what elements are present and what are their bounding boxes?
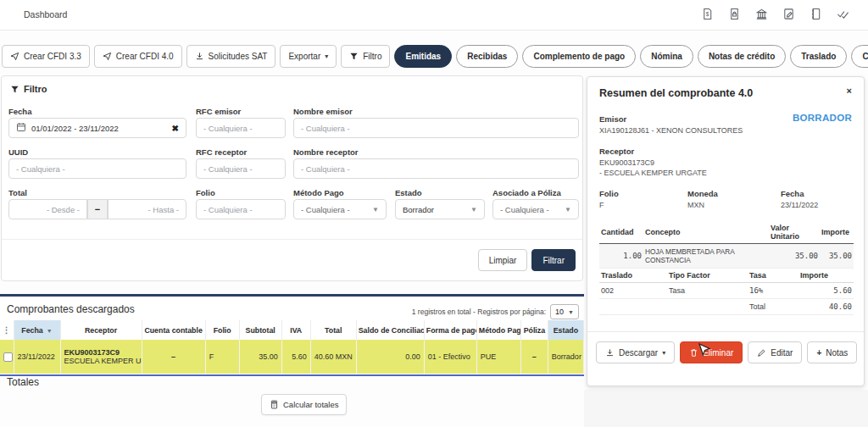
asociado-poliza-select[interactable]: - Cualquiera - ▼ — [492, 199, 579, 219]
tax-importe: 5.60 — [798, 283, 854, 299]
col-iva[interactable]: IVA — [281, 320, 310, 340]
col-saldo[interactable]: Saldo de Conciliación — [356, 320, 424, 340]
cell-fecha: 23/11/2022 — [14, 340, 60, 374]
total-hasta-field[interactable] — [108, 199, 186, 219]
calcular-totales-button[interactable]: Calcular totales — [261, 394, 347, 415]
tax-total-value: 40.60 — [798, 299, 854, 315]
tab-canceladas[interactable]: Canceladas — [851, 45, 868, 68]
total-desde-input[interactable] — [16, 205, 80, 214]
concept-cantidad: 1.00 — [599, 244, 643, 269]
status-badge: BORRADOR — [793, 113, 852, 123]
rfc-receptor-field[interactable] — [196, 158, 286, 179]
col-receptor[interactable]: Receptor — [60, 320, 142, 340]
button-label: Eliminar — [703, 348, 733, 358]
tab-label: Traslado — [801, 52, 836, 61]
col-subtotal[interactable]: Subtotal — [239, 320, 281, 340]
col-cantidad: Cantidad — [599, 221, 643, 244]
page-size-select[interactable]: 10 ▼ — [550, 304, 579, 319]
crear-cfdi-40-button[interactable]: Crear CFDI 4.0 — [94, 45, 182, 68]
nombre-emisor-field[interactable] — [293, 118, 579, 138]
tab-nomina[interactable]: Nómina — [640, 45, 693, 68]
notas-button[interactable]: + Notas — [807, 341, 857, 363]
col-cuenta-contable[interactable]: Cuenta contable — [142, 320, 205, 340]
rfc-receptor-input[interactable] — [203, 164, 278, 174]
col-concepto: Concepto — [643, 221, 769, 244]
metodo-pago-label: Método Pago — [293, 188, 344, 197]
solicitudes-sat-button[interactable]: Solicitudes SAT — [186, 45, 276, 68]
col-tipo-factor: Tipo Factor — [667, 269, 748, 283]
row-checkbox[interactable] — [3, 352, 13, 362]
bank-icon[interactable] — [755, 8, 768, 20]
rfc-receptor-label: RFC receptor — [196, 147, 247, 157]
table-row[interactable]: 23/11/2022 EKU9003173C9 ESCUELA KEMPER U… — [0, 340, 584, 374]
tax-code: 002 — [599, 283, 667, 299]
col-metodo-pago[interactable]: Método Pago — [476, 320, 520, 340]
descargar-button[interactable]: Descargar ▾ — [596, 341, 675, 363]
book-icon[interactable] — [810, 8, 822, 20]
tab-traslado[interactable]: Traslado — [790, 45, 847, 68]
tax-tipo-factor: Tasa — [667, 283, 748, 299]
nombre-receptor-field[interactable] — [293, 158, 579, 179]
crear-cfdi-33-button[interactable]: Crear CFDI 3.3 — [2, 45, 90, 68]
fecha-value: 23/11/2022 — [781, 201, 818, 209]
estado-value: Borrador — [403, 205, 434, 214]
col-poliza[interactable]: Póliza — [520, 320, 548, 340]
totales-title: Totales — [7, 376, 39, 388]
col-estado[interactable]: Estado — [548, 320, 583, 340]
filtrar-button[interactable]: Filtrar — [531, 249, 576, 271]
receptor-label: Receptor — [599, 147, 634, 156]
tab-recibidas[interactable]: Recibidas — [456, 45, 518, 68]
col-fecha[interactable]: Fecha▼ — [14, 320, 60, 340]
rfc-emisor-input[interactable] — [203, 124, 278, 133]
cell-total: 40.60 MXN — [310, 340, 356, 374]
nombre-emisor-input[interactable] — [301, 124, 571, 133]
uuid-field[interactable] — [8, 158, 186, 179]
folio-input[interactable] — [203, 205, 278, 214]
chevron-down-icon: ▾ — [325, 53, 328, 60]
fecha-label: Fecha — [8, 107, 31, 116]
funnel-icon — [349, 52, 359, 61]
rfc-emisor-field[interactable] — [196, 118, 286, 138]
col-total[interactable]: Total — [310, 320, 356, 340]
calculator-icon — [270, 400, 279, 409]
fecha-range-input[interactable]: 01/01/2022 - 23/11/2022 ✖ — [8, 118, 186, 138]
uuid-input[interactable] — [16, 164, 179, 174]
doc-lock-icon[interactable] — [728, 8, 741, 20]
limpiar-button[interactable]: Limpiar — [478, 249, 528, 271]
nombre-receptor-input[interactable] — [301, 164, 571, 174]
total-desde-field[interactable] — [8, 199, 87, 219]
tab-notas-de-credito[interactable]: Notas de crédito — [698, 45, 786, 68]
exportar-button[interactable]: Exportar ▾ — [280, 45, 337, 68]
clear-date-icon[interactable]: ✖ — [172, 124, 179, 133]
total-hasta-input[interactable] — [115, 205, 179, 214]
doc-edit-icon[interactable] — [782, 8, 795, 20]
invoice-dollar-icon[interactable]: $ — [701, 8, 714, 20]
button-label: Filtrar — [542, 256, 565, 265]
col-label: Estado — [554, 326, 578, 335]
eliminar-button[interactable]: Eliminar — [680, 341, 743, 363]
col-folio[interactable]: Folio — [205, 320, 239, 340]
col-label: Folio — [214, 326, 231, 335]
folio-field[interactable] — [196, 199, 286, 219]
tab-complemento-de-pago[interactable]: Complemento de pago — [522, 45, 636, 68]
close-icon[interactable]: × — [847, 86, 852, 96]
tab-emitidas[interactable]: Emitidas — [394, 45, 452, 68]
table-header-row: ⋮ Fecha▼ Receptor Cuenta contable Folio … — [0, 320, 584, 340]
editar-button[interactable]: Editar — [748, 341, 802, 363]
cell-cuenta-contable: – — [142, 340, 205, 374]
tax-total-label: Total — [748, 299, 798, 315]
button-label: Crear CFDI 3.3 — [24, 52, 81, 61]
filtro-button[interactable]: Filtro — [341, 45, 390, 68]
cell-poliza: – — [520, 340, 548, 374]
plus-icon: + — [816, 348, 821, 358]
estado-select[interactable]: Borrador ▼ — [395, 199, 485, 219]
row-menu-dots[interactable]: ⋮ — [0, 320, 14, 340]
metodo-pago-select[interactable]: - Cualquiera - ▼ — [293, 199, 387, 219]
background-area — [584, 390, 868, 427]
col-forma-pago[interactable]: Forma de pago — [424, 320, 476, 340]
col-label: Póliza — [524, 326, 545, 335]
cell-receptor: EKU9003173C9 ESCUELA KEMPER URGATE — [60, 340, 142, 374]
rfc-emisor-label: RFC emisor — [196, 107, 241, 116]
concepts-header-row: Cantidad Concepto Valor Unitario Importe — [599, 221, 854, 244]
double-check-icon[interactable] — [837, 8, 849, 20]
